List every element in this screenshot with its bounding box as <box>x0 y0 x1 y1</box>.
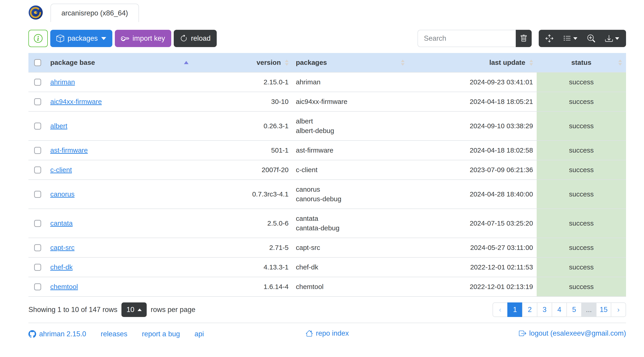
pagination-page-...[interactable]: ... <box>582 302 596 317</box>
package-name: aic94xx-firmware <box>296 97 404 106</box>
table-row: ast-firmware501-1ast-firmware2024-04-18 … <box>28 140 626 160</box>
table-row: chef-dk4.13.3-1chef-dk2022-12-01 02:11:5… <box>28 258 626 277</box>
column-header-version[interactable]: version <box>192 53 292 72</box>
pagination-page-3[interactable]: 3 <box>537 302 552 317</box>
arrows-move-icon <box>546 34 553 42</box>
status-badge: success <box>537 160 626 180</box>
trash-icon <box>520 35 527 42</box>
page-size-dropdown-button[interactable]: 10 <box>122 302 146 317</box>
last-update-timestamp: 2024-09-23 03:41:01 <box>408 72 537 92</box>
table-row: albert0.26.3-1albertalbert-debug2024-09-… <box>28 112 626 140</box>
row-checkbox[interactable] <box>34 122 41 130</box>
table-row: c-client2007f-20c-client2023-07-09 06:21… <box>28 160 626 180</box>
table-row: capt-src2.71-5capt-src2024-05-27 03:11:0… <box>28 238 626 258</box>
package-name: capt-src <box>296 243 404 252</box>
last-update-timestamp: 2024-04-28 18:40:00 <box>408 180 537 209</box>
reload-button[interactable]: reload <box>174 30 217 47</box>
package-version: 30-10 <box>192 92 292 112</box>
status-badge: success <box>537 92 626 112</box>
package-base-link[interactable]: canorus <box>50 190 74 198</box>
github-icon <box>28 330 36 338</box>
package-name: canorus <box>296 185 404 194</box>
row-checkbox[interactable] <box>34 166 41 174</box>
info-button[interactable] <box>28 30 48 47</box>
package-base-link[interactable]: chef-dk <box>50 263 72 271</box>
last-update-timestamp: 2023-07-09 06:21:36 <box>408 160 537 180</box>
packages-dropdown-button[interactable]: packages <box>50 30 112 47</box>
releases-link[interactable]: releases <box>101 330 127 338</box>
pagination-page-5[interactable]: 5 <box>567 302 582 317</box>
advanced-search-button[interactable] <box>582 30 600 47</box>
package-base-link[interactable]: c-client <box>50 166 72 174</box>
status-badge: success <box>537 140 626 160</box>
package-version: 0.26.3-1 <box>192 112 292 140</box>
column-header-status[interactable]: status <box>537 53 626 72</box>
reload-icon <box>180 34 188 42</box>
repository-tab-label: arcanisrepo (x86_64) <box>62 9 128 17</box>
column-label: package base <box>50 59 95 66</box>
row-checkbox[interactable] <box>34 147 41 154</box>
package-base-link[interactable]: capt-src <box>50 244 74 251</box>
package-name: canorus-debug <box>296 194 404 204</box>
columns-dropdown-button[interactable] <box>558 30 582 47</box>
reload-button-label: reload <box>191 34 210 42</box>
table-row: chemtool1.6.14-4chemtool2022-12-01 02:13… <box>28 277 626 296</box>
table-row: aic94xx-firmware30-10aic94xx-firmware202… <box>28 92 626 112</box>
package-base-link[interactable]: aic94xx-firmware <box>50 98 102 105</box>
chevron-down-icon <box>101 37 106 40</box>
fullscreen-button[interactable] <box>540 30 558 47</box>
row-checkbox[interactable] <box>34 191 41 198</box>
sort-both-icon <box>530 60 533 66</box>
topbar: arcanisrepo (x86_64) <box>28 0 626 22</box>
column-header-packages[interactable]: packages <box>292 53 408 72</box>
row-checkbox[interactable] <box>34 98 41 105</box>
import-key-button[interactable]: import key <box>115 30 171 47</box>
row-checkbox[interactable] <box>34 220 41 227</box>
column-label: packages <box>296 59 327 66</box>
repo-index-link[interactable]: repo index <box>306 329 349 338</box>
row-checkbox[interactable] <box>34 283 41 290</box>
packages-button-label: packages <box>68 34 98 42</box>
package-base-link[interactable]: ahriman <box>50 78 75 86</box>
package-version: 2.5.0-6 <box>192 209 292 238</box>
status-badge: success <box>537 238 626 258</box>
pagination-page-2[interactable]: 2 <box>522 302 537 317</box>
column-header-package-base[interactable]: package base <box>46 53 192 72</box>
package-base-link[interactable]: cantata <box>50 220 72 227</box>
select-all-header <box>28 53 46 72</box>
pagination-page-1[interactable]: 1 <box>508 302 522 317</box>
pagination-page-4[interactable]: 4 <box>552 302 567 317</box>
search-input[interactable] <box>418 30 516 47</box>
logout-link[interactable]: logout (esalexeev@gmail.com) <box>519 329 626 338</box>
package-base-link[interactable]: albert <box>50 122 67 130</box>
row-checkbox[interactable] <box>34 244 41 251</box>
github-version-link[interactable]: ahriman 2.15.0 <box>28 330 86 338</box>
repository-tab[interactable]: arcanisrepo (x86_64) <box>50 4 139 22</box>
row-checkbox[interactable] <box>34 264 41 271</box>
export-dropdown-button[interactable] <box>600 30 624 47</box>
report-bug-link[interactable]: report a bug <box>142 330 180 338</box>
pagination-bar: Showing 1 to 10 of 147 rows 10 rows per … <box>28 297 626 323</box>
package-name: cantata-debug <box>296 223 404 233</box>
column-header-last-update[interactable]: last update <box>408 53 537 72</box>
last-update-timestamp: 2022-12-01 02:13:19 <box>408 277 537 296</box>
row-checkbox[interactable] <box>34 79 41 86</box>
package-version: 2007f-20 <box>192 160 292 180</box>
sort-ascending-icon <box>184 61 188 64</box>
rows-per-page-label: rows per page <box>151 306 195 314</box>
package-base-link[interactable]: chemtool <box>50 283 78 290</box>
status-badge: success <box>537 180 626 209</box>
select-all-checkbox[interactable] <box>34 59 41 66</box>
package-name: ahriman <box>296 77 404 87</box>
key-icon <box>121 34 129 42</box>
clear-search-button[interactable] <box>516 30 532 47</box>
pagination-next[interactable]: › <box>611 302 626 317</box>
api-link[interactable]: api <box>194 330 204 338</box>
pagination-page-15[interactable]: 15 <box>596 302 611 317</box>
package-name: c-client <box>296 165 404 175</box>
status-badge: success <box>537 209 626 238</box>
pagination-previous[interactable]: ‹ <box>492 302 508 317</box>
package-base-link[interactable]: ast-firmware <box>50 146 88 154</box>
package-version: 1.6.14-4 <box>192 277 292 296</box>
rows-summary: Showing 1 to 10 of 147 rows <box>28 306 117 314</box>
